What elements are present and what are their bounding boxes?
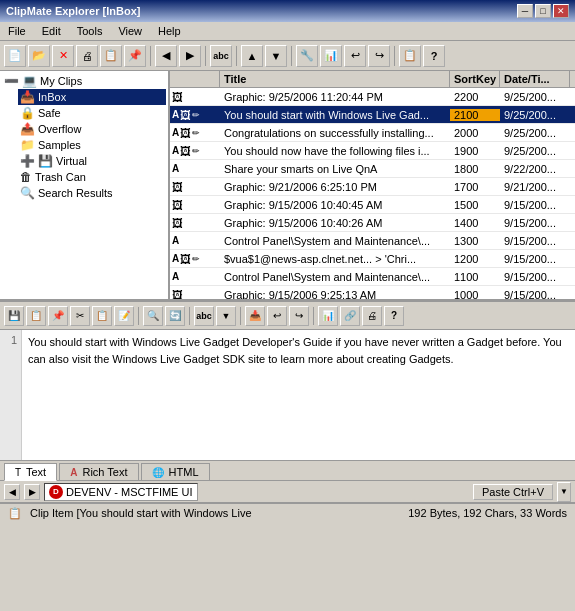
samples-icon: 📁 (20, 138, 35, 152)
col-header-icons[interactable] (170, 71, 220, 87)
tab-text-label: Text (26, 466, 46, 478)
menu-view[interactable]: View (114, 24, 146, 38)
tree-item-overflow[interactable]: 📤 Overflow (18, 121, 166, 137)
spell-button[interactable]: abc (210, 45, 232, 67)
tool3-button[interactable]: ↩ (344, 45, 366, 67)
help-button[interactable]: ? (423, 45, 445, 67)
preview-sep-3 (240, 307, 241, 325)
tab-text[interactable]: T Text (4, 463, 57, 481)
tree-item-inbox[interactable]: 📥 InBox (18, 89, 166, 105)
tree-item-safe[interactable]: 🔒 Safe (18, 105, 166, 121)
menu-help[interactable]: Help (154, 24, 185, 38)
tree-item-virtual-label: Virtual (56, 155, 87, 167)
title-bar-buttons: ─ □ ✕ (517, 4, 569, 18)
close-button[interactable]: ✕ (553, 4, 569, 18)
list-cell-title-1: You should start with Windows Live Gad..… (220, 108, 450, 122)
tree-root-myclips[interactable]: ➖ 💻 My Clips (2, 73, 166, 89)
list-cell-date-5: 9/21/200... (500, 180, 570, 194)
status-back-button[interactable]: ◀ (4, 484, 20, 500)
list-cell-title-4: Share your smarts on Live QnA (220, 162, 450, 176)
preview-undo[interactable]: ↩ (267, 306, 287, 326)
preview-replace[interactable]: 🔄 (165, 306, 185, 326)
col-header-date[interactable]: Date/Ti... (500, 71, 570, 87)
preview-insert[interactable]: 📥 (245, 306, 265, 326)
list-item[interactable]: 🖼 Graphic: 9/15/2006 10:40:45 AM 1500 9/… (170, 196, 575, 214)
img-icon-11: 🖼 (172, 289, 183, 300)
print-button[interactable]: 🖨 (76, 45, 98, 67)
status-dev-label: DEVENV - MSCTFIME UI (66, 486, 193, 498)
move-up-button[interactable]: ▲ (241, 45, 263, 67)
forward-button[interactable]: ▶ (179, 45, 201, 67)
list-cell-title-5: Graphic: 9/21/2006 6:25:10 PM (220, 180, 450, 194)
preview-print2[interactable]: 🖨 (362, 306, 382, 326)
window-title: ClipMate Explorer [InBox] (6, 5, 140, 17)
list-item[interactable]: A 🖼 ✏ You should now have the following … (170, 142, 575, 160)
move-down-button[interactable]: ▼ (265, 45, 287, 67)
list-cell-title-7: Graphic: 9/15/2006 10:40:26 AM (220, 216, 450, 230)
list-item[interactable]: A Control Panel\System and Maintenance\.… (170, 232, 575, 250)
row-icons-8: A (170, 235, 220, 246)
list-item[interactable]: A Share your smarts on Live QnA 1800 9/2… (170, 160, 575, 178)
tool4-button[interactable]: ↪ (368, 45, 390, 67)
tab-rich-text[interactable]: A Rich Text (59, 463, 138, 480)
list-item[interactable]: 🖼 Graphic: 9/15/2006 10:40:26 AM 1400 9/… (170, 214, 575, 232)
paste-button[interactable]: 📌 (124, 45, 146, 67)
copy-button[interactable]: 📋 (100, 45, 122, 67)
preview-redo[interactable]: ↪ (289, 306, 309, 326)
tree-item-samples[interactable]: 📁 Samples (18, 137, 166, 153)
preview-copy2[interactable]: 📋 (26, 306, 46, 326)
paste-dropdown-button[interactable]: ▼ (557, 482, 571, 502)
preview-cut[interactable]: ✂ (70, 306, 90, 326)
preview-btn-a[interactable]: ▼ (216, 306, 236, 326)
tool1-button[interactable]: 🔧 (296, 45, 318, 67)
list-item[interactable]: A 🖼 ✏ Congratulations on successfully in… (170, 124, 575, 142)
open-button[interactable]: 📂 (28, 45, 50, 67)
preview-format[interactable]: 📊 (318, 306, 338, 326)
list-panel: Title SortKey Date/Ti... 🖼 Graphic: 9/25… (170, 71, 575, 299)
preview-copy3[interactable]: 📋 (92, 306, 112, 326)
preview-find[interactable]: 🔍 (143, 306, 163, 326)
img-icon-6: 🖼 (172, 199, 183, 211)
tab-html[interactable]: 🌐 HTML (141, 463, 210, 480)
paste-ctrl-v-button[interactable]: Paste Ctrl+V (473, 484, 553, 500)
folder-icon: 💻 (22, 74, 37, 88)
tree-item-virtual[interactable]: ➕ 💾 Virtual (18, 153, 166, 169)
menu-edit[interactable]: Edit (38, 24, 65, 38)
preview-save[interactable]: 💾 (4, 306, 24, 326)
tree-item-search[interactable]: 🔍 Search Results (18, 185, 166, 201)
tree-item-overflow-label: Overflow (38, 123, 81, 135)
delete-button[interactable]: ✕ (52, 45, 74, 67)
trash-icon: 🗑 (20, 170, 32, 184)
menu-tools[interactable]: Tools (73, 24, 107, 38)
line-number-1: 1 (4, 334, 17, 346)
list-item[interactable]: 🖼 Graphic: 9/21/2006 6:25:10 PM 1700 9/2… (170, 178, 575, 196)
list-cell-title-11: Graphic: 9/15/2006 9:25:13 AM (220, 288, 450, 300)
list-item[interactable]: A Control Panel\System and Maintenance\.… (170, 268, 575, 286)
menu-file[interactable]: File (4, 24, 30, 38)
preview-clip[interactable]: 📌 (48, 306, 68, 326)
sort-button[interactable]: 📋 (399, 45, 421, 67)
list-item[interactable]: 🖼 Graphic: 9/25/2006 11:20:44 PM 2200 9/… (170, 88, 575, 106)
list-item[interactable]: 🖼 Graphic: 9/15/2006 9:25:13 AM 1000 9/1… (170, 286, 575, 299)
col-header-sort[interactable]: SortKey (450, 71, 500, 87)
text-tab-icon: T (15, 467, 21, 478)
minimize-button[interactable]: ─ (517, 4, 533, 18)
preview-spell2[interactable]: abc (194, 306, 214, 326)
preview-help2[interactable]: ? (384, 306, 404, 326)
preview-link[interactable]: 🔗 (340, 306, 360, 326)
text-icon-10: A (172, 271, 179, 282)
preview-paste2[interactable]: 📝 (114, 306, 134, 326)
maximize-button[interactable]: □ (535, 4, 551, 18)
status-forward-button[interactable]: ▶ (24, 484, 40, 500)
text-icon-9: A (172, 253, 179, 264)
col-header-title[interactable]: Title (220, 71, 450, 87)
list-item[interactable]: A 🖼 ✏ You should start with Windows Live… (170, 106, 575, 124)
tree-panel: ➖ 💻 My Clips 📥 InBox 🔒 Safe 📤 Overflow 📁… (0, 71, 170, 299)
clip-status-bar: 📋 Clip Item [You should start with Windo… (0, 502, 575, 522)
tree-item-trash[interactable]: 🗑 Trash Can (18, 169, 166, 185)
tool2-button[interactable]: 📊 (320, 45, 342, 67)
new-button[interactable]: 📄 (4, 45, 26, 67)
preview-text[interactable]: You should start with Windows Live Gadge… (22, 330, 575, 460)
back-button[interactable]: ◀ (155, 45, 177, 67)
list-item[interactable]: A 🖼 ✏ $vua$1@news-asp.clnet.net... > 'Ch… (170, 250, 575, 268)
